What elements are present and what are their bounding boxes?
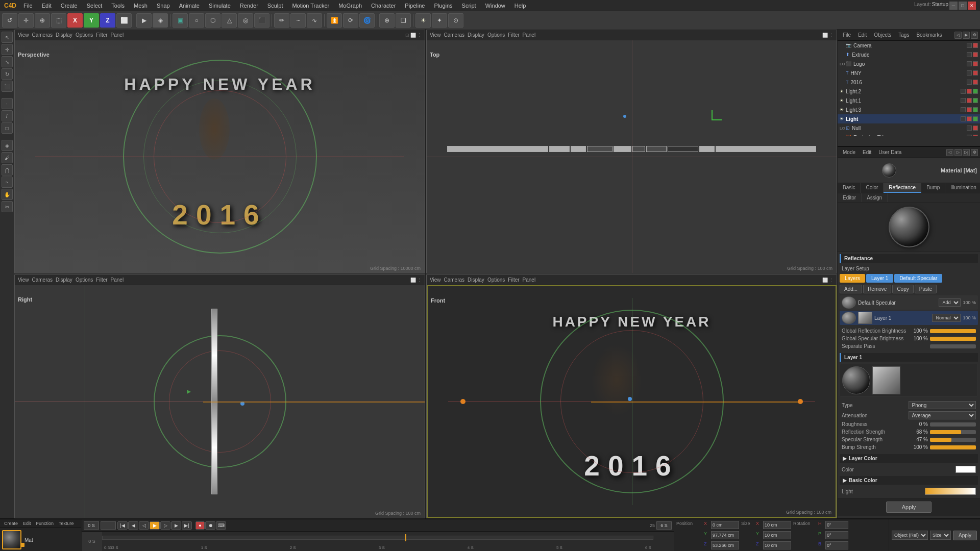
time-start-input[interactable] [84, 521, 99, 530]
minimize-button[interactable]: ─ [949, 2, 958, 10]
apply-button[interactable]: Apply [886, 502, 932, 513]
add-layer-button[interactable]: Add... [840, 285, 862, 293]
menu-item-window[interactable]: Window [481, 2, 509, 10]
tool-cylinder[interactable]: ⬡ [205, 13, 220, 28]
obj-item-extrude[interactable]: ⬆ Extrude [838, 50, 980, 59]
tool-extrude[interactable]: ⏫ [327, 13, 342, 28]
obj-del-light2[interactable] [967, 89, 972, 94]
coord-size-x[interactable] [763, 521, 791, 529]
tool-spline[interactable]: ~ [290, 13, 306, 28]
coord-rot-b[interactable] [825, 541, 848, 549]
tool-render-region[interactable]: ▶ [136, 13, 152, 28]
vp-tab-view-1[interactable]: View [18, 32, 29, 38]
obj-check-light2[interactable] [973, 89, 978, 94]
tool-bezier[interactable]: ∿ [307, 13, 322, 28]
menu-item-file[interactable]: File [19, 2, 37, 10]
remove-layer-button[interactable]: Remove [863, 285, 891, 293]
menu-item-tools[interactable]: Tools [107, 2, 129, 10]
left-tool-move[interactable]: ✛ [2, 44, 13, 55]
menu-item-select[interactable]: Select [83, 2, 107, 10]
specular-strength-track[interactable] [930, 438, 976, 442]
vp-tab-view-4[interactable]: View [430, 277, 441, 283]
bottom-tab-edit[interactable]: Edit [21, 520, 33, 527]
coord-pos-y[interactable] [711, 531, 739, 539]
coord-pos-x[interactable] [711, 521, 739, 529]
vp-icon-dots-3[interactable]: ⋮ [417, 278, 422, 283]
menu-item-snap[interactable]: Snap [153, 2, 174, 10]
viewport-front[interactable]: View Cameras Display Options Filter Pane… [426, 274, 837, 518]
tool-light[interactable]: ☀ [415, 13, 431, 28]
maximize-button[interactable]: □ [959, 2, 967, 10]
obj-del-null[interactable] [973, 126, 978, 131]
tool-select[interactable]: ⬚ [51, 13, 66, 28]
color-swatch[interactable] [955, 466, 976, 473]
vp-tab-cameras-2[interactable]: Cameras [444, 32, 465, 38]
coord-apply-button[interactable]: Apply [953, 531, 977, 540]
obj-vis-2016[interactable] [967, 80, 972, 85]
layers-tab-button[interactable]: Layers [840, 274, 865, 283]
timeline-track[interactable] [102, 536, 653, 540]
tool-world[interactable]: ⬜ [116, 13, 132, 28]
tool-boole[interactable]: ⊕ [379, 13, 395, 28]
obj-del-explosion[interactable] [973, 135, 978, 136]
vp-icon-dots-2[interactable]: ⋮ [829, 33, 834, 38]
key-sel-btn[interactable]: ⌨ [216, 521, 226, 530]
obj-vis-extrude[interactable] [967, 52, 972, 57]
menu-item-motion tracker[interactable]: Motion Tracker [288, 2, 333, 10]
obj-item-light2[interactable]: ☀ Light.2 [838, 87, 980, 96]
obj-vis-camera[interactable] [967, 43, 972, 48]
viewport-right[interactable]: View Cameras Display Options Filter Pane… [14, 274, 425, 518]
panel-header-objects[interactable]: Objects [871, 31, 894, 39]
auto-key-btn[interactable]: ⏺ [205, 521, 215, 530]
vp-tab-view-3[interactable]: View [18, 277, 29, 283]
left-tool-magnet[interactable]: ⋂ [2, 164, 13, 176]
obj-del-light[interactable] [967, 116, 972, 121]
default-specular-tab-button[interactable]: Default Specular [894, 274, 942, 283]
obj-vis-light1[interactable] [961, 98, 966, 103]
mat-mode-tab[interactable]: Mode [840, 148, 859, 156]
left-tool-model[interactable]: ⬛ [2, 81, 13, 92]
obj-vis-logo[interactable] [967, 61, 972, 66]
vp-tab-filter-1[interactable]: Filter [96, 32, 107, 38]
vp-tab-view-2[interactable]: View [430, 32, 441, 38]
vp-tab-panel-4[interactable]: Panel [523, 277, 536, 283]
obj-item-light1[interactable]: ☀ Light.1 [838, 96, 980, 105]
obj-vis-explosion[interactable] [967, 135, 972, 136]
obj-item-camera[interactable]: 📷 Camera [838, 41, 980, 50]
close-button[interactable]: ✕ [968, 2, 976, 10]
transport-goto-end[interactable]: ▶| [182, 521, 192, 530]
reflection-strength-track[interactable] [930, 430, 976, 434]
vp-tab-options-3[interactable]: Options [76, 277, 93, 283]
roughness-track[interactable] [930, 422, 976, 427]
panel-header-edit[interactable]: Edit [855, 31, 870, 39]
panel-icon-gear[interactable]: ⚙ [971, 32, 978, 39]
vp-tab-filter-2[interactable]: Filter [508, 32, 519, 38]
separate-pass-track[interactable] [930, 344, 976, 348]
global-specular-track[interactable] [930, 337, 976, 341]
menu-item-sculpt[interactable]: Sculpt [263, 2, 287, 10]
vp-icon-dots-4[interactable]: ⋮ [829, 278, 834, 283]
menu-item-character[interactable]: Character [367, 2, 400, 10]
tool-cone[interactable]: △ [222, 13, 237, 28]
viewport-perspective[interactable]: View Cameras Display Options Filter Pane… [14, 30, 425, 273]
vp-icon-expand-2[interactable]: ⬜ [822, 33, 828, 38]
global-reflection-track[interactable] [930, 329, 976, 333]
tool-y[interactable]: Y [84, 13, 99, 28]
layer-color-header[interactable]: ▶ Layer Color [840, 454, 978, 463]
obj-del-camera[interactable] [973, 43, 978, 48]
obj-item-light[interactable]: ☀ Light [838, 114, 980, 123]
coord-size-y[interactable] [763, 531, 791, 539]
tool-rotate[interactable]: ↺ [2, 13, 17, 28]
vp-tab-options-4[interactable]: Options [487, 277, 505, 283]
mat-panel-icon-2[interactable]: ▷ [954, 149, 962, 156]
obj-del-logo[interactable] [973, 61, 978, 66]
left-tool-select[interactable]: ↖ [2, 32, 13, 43]
tool-target-light[interactable]: ✦ [432, 13, 447, 28]
obj-vis-light3[interactable] [961, 107, 966, 112]
mat-tab-color[interactable]: Color [861, 183, 884, 193]
menu-item-edit[interactable]: Edit [38, 2, 56, 10]
obj-item-null-group[interactable]: LO ⊡ Null [838, 123, 980, 133]
vp-tab-cameras-3[interactable]: Cameras [32, 277, 53, 283]
tool-x[interactable]: X [67, 13, 83, 28]
coord-rot-h[interactable] [825, 521, 848, 529]
